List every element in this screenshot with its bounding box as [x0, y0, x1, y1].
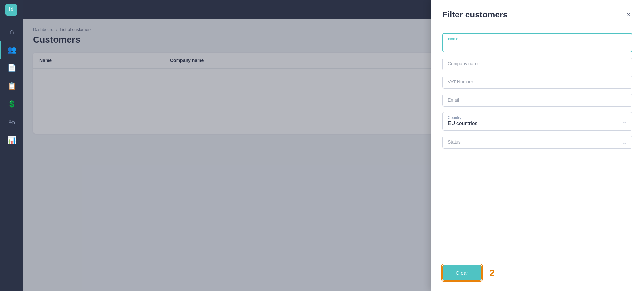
- country-value: EU countries: [448, 121, 627, 126]
- sidebar: id ⌂ 👥 📄 📋 💲 % 📊: [0, 0, 23, 291]
- modal-footer: Clear 2: [431, 258, 644, 291]
- name-label: Name: [448, 37, 627, 41]
- company-field: [442, 58, 632, 70]
- status-dropdown[interactable]: Status ⌄: [442, 136, 632, 149]
- sidebar-item-documents[interactable]: 📄: [0, 59, 23, 77]
- sidebar-nav: ⌂ 👥 📄 📋 💲 % 📊: [0, 23, 23, 149]
- company-input[interactable]: [448, 61, 627, 66]
- billing-icon: 💲: [7, 100, 16, 108]
- percent-icon: %: [9, 118, 15, 126]
- documents-icon: 📄: [7, 64, 16, 72]
- modal-body: Name Country EU countries ⌄ Status ⌄: [431, 27, 644, 258]
- status-label: Status: [448, 139, 627, 145]
- modal-title: Filter customers: [442, 10, 508, 20]
- country-label: Country: [448, 115, 627, 120]
- sidebar-item-reports[interactable]: 📊: [0, 131, 23, 149]
- invoices-icon: 📋: [7, 82, 16, 90]
- logo-icon: id: [5, 4, 17, 16]
- step-indicator: 2: [489, 268, 495, 278]
- sidebar-item-invoices[interactable]: 📋: [0, 77, 23, 95]
- customers-icon: 👥: [7, 46, 16, 54]
- sidebar-item-billing[interactable]: 💲: [0, 95, 23, 113]
- sidebar-item-customers[interactable]: 👥: [0, 41, 23, 59]
- email-input[interactable]: [448, 97, 627, 102]
- name-input[interactable]: [448, 43, 627, 48]
- modal-header: Filter customers ×: [431, 0, 644, 27]
- chevron-down-icon-status: ⌄: [622, 139, 627, 146]
- reports-icon: 📊: [7, 136, 16, 145]
- filter-modal: Filter customers × Name Country EU count…: [431, 0, 644, 291]
- country-dropdown[interactable]: Country EU countries ⌄: [442, 112, 632, 131]
- sidebar-logo: id: [0, 0, 23, 19]
- vat-field: [442, 76, 632, 89]
- name-field: Name: [442, 33, 632, 52]
- chevron-down-icon: ⌄: [622, 118, 627, 125]
- clear-button[interactable]: Clear: [442, 265, 482, 281]
- modal-close-button[interactable]: ×: [625, 9, 632, 20]
- vat-input[interactable]: [448, 79, 627, 84]
- home-icon: ⌂: [10, 27, 14, 36]
- email-field: [442, 94, 632, 107]
- sidebar-item-home[interactable]: ⌂: [0, 23, 23, 41]
- sidebar-item-percent[interactable]: %: [0, 113, 23, 131]
